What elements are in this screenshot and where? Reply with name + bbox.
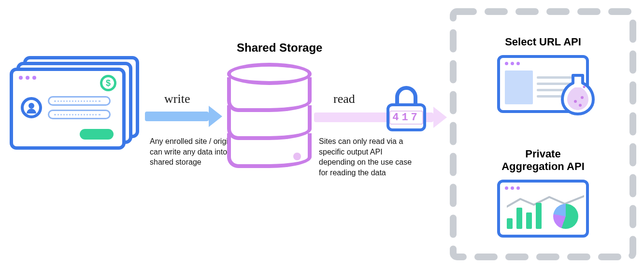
arrow-read-icon [314,112,447,123]
dollar-circle-icon: $ [100,75,116,91]
source-sites-icon: $ [10,68,140,164]
private-aggregation-api-title: Private Aggregation API [496,148,590,173]
svg-point-2 [581,96,584,99]
lock-digits: 417 [389,111,423,125]
svg-point-1 [574,100,577,103]
pie-chart-icon [553,204,578,229]
input-placeholder-icon [48,110,111,119]
browser-flask-icon [497,55,589,113]
analytics-dashboard-icon [497,180,589,238]
shared-storage-title: Shared Storage [237,41,322,55]
private-aggregation-api-block: Private Aggregation API [496,148,590,238]
select-url-api-title: Select URL API [497,36,589,48]
browser-card-front: $ [10,68,126,150]
svg-point-4 [583,86,586,88]
lock-icon: 417 [386,86,426,134]
select-url-api-block: Select URL API [497,36,589,113]
submit-button-icon [80,129,114,140]
arrow-read-caption: Sites can only read via a specific outpu… [319,136,420,178]
arrow-read-label: read [333,92,355,106]
svg-point-3 [579,104,582,107]
database-cylinder-icon [227,63,312,159]
bar-chart-icon [507,200,542,229]
arrow-write-icon [145,111,222,122]
user-avatar-icon [21,97,42,118]
output-apis-container: Select URL API Private Aggregation API [449,8,637,261]
flask-icon [561,72,595,116]
input-placeholder-icon [48,96,111,106]
arrow-write-label: write [164,92,190,106]
